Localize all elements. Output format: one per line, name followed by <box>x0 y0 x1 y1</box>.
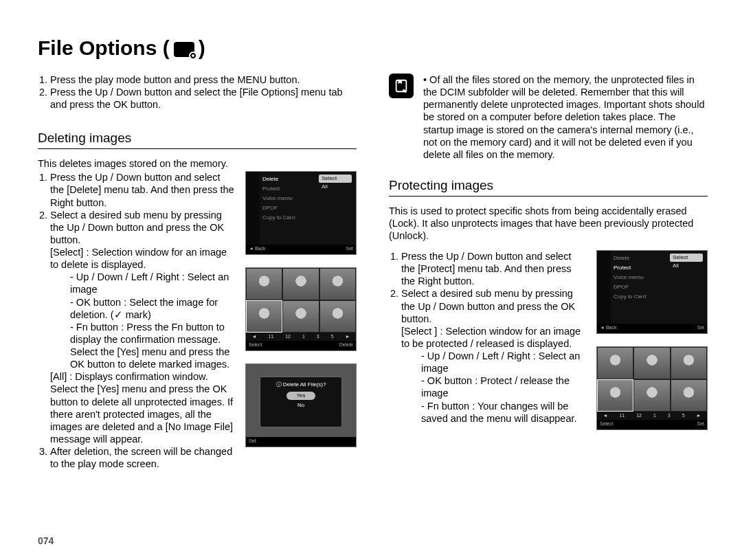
heading-protecting-images: Protecting images <box>389 177 708 197</box>
note-icon <box>389 74 414 98</box>
heading-deleting-images: Deleting images <box>38 130 357 149</box>
camera-screenshot-select-images: ◄ 11 12 1 3 5 ► Select Delete <box>245 267 357 351</box>
deleting-lead: This deletes images stored on the memory… <box>38 157 357 170</box>
intro-steps: Press the play mode button and press the… <box>38 74 357 111</box>
deleting-step-2: Select a desired sub menu by pressing th… <box>50 209 236 445</box>
intro-step-2: Press the Up / Down button and select th… <box>50 86 357 111</box>
camera-screenshot-protect-menu: Delete Protect Voice memo DPOF Copy to C… <box>596 250 708 334</box>
file-options-icon <box>174 38 194 58</box>
title-text-open: File Options ( <box>38 38 170 58</box>
bullet-icon: • <box>423 74 429 85</box>
protecting-step-1: Press the Up / Down button and select th… <box>401 250 587 287</box>
deleting-step-1: Press the Up / Down button and select th… <box>50 171 236 208</box>
protecting-lead: This is used to protect specific shots f… <box>389 205 708 242</box>
page-number: 074 <box>38 535 708 546</box>
protecting-step-2: Select a desired sub menu by pressing th… <box>401 287 587 424</box>
camera-screenshot-delete-menu: Delete Protect Voice memo DPOF Copy to C… <box>245 171 357 255</box>
camera-screenshot-protect-select: ◄ 11 12 1 3 5 ► Select Set <box>596 346 708 430</box>
check-icon: ✓ <box>114 309 123 320</box>
note-block: • Of all the files stored on the memory,… <box>389 74 708 161</box>
protecting-steps: Press the Up / Down button and select th… <box>389 250 587 425</box>
page-title: File Options ( ) <box>38 38 708 58</box>
intro-step-1: Press the play mode button and press the… <box>50 74 357 86</box>
note-text: Of all the files stored on the memory, t… <box>423 74 704 160</box>
deleting-step-3: After deletion, the screen will be chang… <box>50 445 236 470</box>
camera-screenshot-confirm-delete: ⓘ Delete All File(s)? Yes No Set <box>245 363 357 447</box>
deleting-steps: Press the Up / Down button and select th… <box>38 171 236 470</box>
title-text-close: ) <box>199 38 205 58</box>
